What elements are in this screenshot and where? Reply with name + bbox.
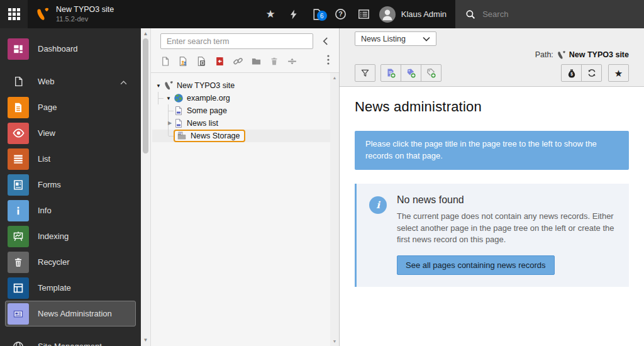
typo3-version: 11.5.2-dev [56, 14, 114, 23]
sidebar-item-view[interactable]: View [5, 120, 136, 146]
page-tree-panel: ▼ New TYPO3 site ▼ example.org [151, 28, 340, 346]
star-icon: ★ [266, 9, 275, 20]
tree-node-example-org[interactable]: ▼ example.org [152, 92, 338, 104]
chart-board-icon [8, 226, 29, 247]
tree-guide [153, 92, 164, 104]
add-news-record-button[interactable] [380, 64, 401, 82]
tree-node-news-storage[interactable]: News Storage [152, 130, 338, 142]
add-tag-button[interactable] [401, 64, 421, 82]
grid-icon [8, 8, 20, 20]
clear-cache-button[interactable] [282, 0, 306, 28]
sidebar-item-label: Page [38, 103, 57, 112]
filter-button[interactable] [355, 64, 375, 82]
typo3-logo-icon [35, 7, 50, 21]
refresh-button[interactable] [581, 64, 602, 82]
cache-money-bag-button[interactable]: $ [561, 64, 582, 82]
link-icon[interactable] [233, 56, 243, 67]
sidebar-item-page[interactable]: Page [5, 94, 136, 120]
star-icon: ★ [614, 69, 623, 78]
help-button[interactable]: ? [329, 0, 352, 28]
search-input[interactable] [482, 9, 634, 19]
sidebar-section-site-management[interactable]: Site Management [5, 333, 136, 346]
main-layout: Dashboard Web Page View [0, 28, 644, 346]
sidebar-section-label: Site Management [38, 342, 102, 346]
tree-node-some-page[interactable]: Some page [152, 104, 338, 117]
backend-log-button[interactable] [352, 0, 375, 28]
sidebar-item-forms[interactable]: Forms [5, 172, 136, 198]
tree-more-options-button[interactable] [327, 55, 330, 67]
callout-body: No news found The current page does not … [397, 194, 616, 276]
new-mountpoint-drag-icon[interactable] [196, 56, 207, 67]
sidebar-item-recycler[interactable]: Recycler [5, 249, 136, 275]
collapse-tree-button[interactable] [319, 34, 331, 49]
sidebar-item-template[interactable]: Template [5, 275, 136, 301]
tree-guide [164, 104, 174, 117]
scroll-down-arrow[interactable]: ▼ [141, 336, 150, 345]
folder-icon[interactable] [251, 56, 262, 67]
tree-node-news-list[interactable]: ▶ News list [152, 117, 338, 130]
info-icon [8, 200, 29, 221]
no-news-callout: i No news found The current page does no… [355, 184, 629, 287]
add-category-button[interactable] [421, 64, 441, 82]
module-menu-toggle-button[interactable] [0, 0, 28, 28]
typo3-path-icon [557, 50, 566, 60]
tree-node-label: News Storage [191, 131, 240, 140]
sidebar-item-label: News Administration [38, 309, 112, 318]
user-menu[interactable]: Klaus Admin [375, 0, 455, 28]
tree-node-root[interactable]: ▼ New TYPO3 site [152, 79, 338, 92]
sidebar-item-label: Indexing [38, 232, 69, 241]
docheader: News Listing Path: New TYPO3 site [340, 28, 644, 87]
page-doc-icon [174, 106, 184, 116]
sidebar-item-info[interactable]: Info [5, 198, 136, 223]
callout-title: No news found [397, 194, 616, 206]
path-label: Path: [535, 50, 553, 59]
trash-icon[interactable] [269, 56, 279, 67]
globe-icon [174, 93, 184, 103]
sidebar-item-label: Recycler [38, 257, 70, 267]
expander-expanded-icon[interactable]: ▼ [164, 96, 174, 101]
avatar [379, 6, 396, 23]
selected-node-chip[interactable]: News Storage [174, 130, 245, 142]
sidebar-item-list[interactable]: List [5, 146, 136, 172]
new-shortcut-drag-icon[interactable] [214, 56, 225, 67]
sidebar-item-news-administration[interactable]: News Administration [5, 301, 136, 326]
page-title: News administration [355, 99, 629, 115]
sidebar-item-indexing[interactable]: Indexing [5, 223, 136, 249]
tree-node-label: Some page [187, 106, 227, 115]
sidebar-section-web[interactable]: Web [5, 69, 136, 94]
refresh-icon [587, 68, 597, 78]
log-list-icon [358, 8, 370, 20]
scrollbar-thumb[interactable] [143, 38, 148, 153]
module-menu-scrollbar[interactable]: ▲ ▼ [141, 28, 151, 346]
trash-icon [8, 252, 29, 273]
brand[interactable]: New TYPO3 site 11.5.2-dev [28, 0, 121, 28]
page-tree: ▼ New TYPO3 site ▼ example.org [151, 73, 339, 346]
bookmark-button[interactable]: ★ [608, 64, 629, 82]
new-page-drag-icon[interactable] [160, 56, 170, 67]
system-information-button[interactable]: 6 [306, 0, 329, 28]
tree-node-label: News list [187, 119, 218, 128]
globe-outline-icon [8, 341, 29, 346]
chevron-left-icon [323, 37, 328, 45]
typo3-site-icon [164, 81, 174, 91]
scroll-up-arrow[interactable]: ▲ [330, 75, 339, 80]
new-page-users-drag-icon[interactable] [178, 56, 189, 67]
tree-search-input[interactable] [160, 33, 313, 49]
sidebar-item-label: Info [38, 206, 52, 215]
sidebar-item-dashboard[interactable]: Dashboard [5, 36, 136, 62]
view-mode-select[interactable]: News Listing [355, 31, 436, 46]
scroll-up-arrow[interactable]: ▲ [141, 30, 150, 38]
callout-text: The current page does not contain any ne… [397, 211, 616, 247]
path-value: New TYPO3 site [569, 50, 629, 59]
module-content: News Listing Path: New TYPO3 site [340, 28, 644, 346]
module-menu: Dashboard Web Page View [0, 28, 141, 346]
divider-spacer-icon[interactable] [287, 56, 297, 67]
tree-scrollbar[interactable]: ▲ ▼ [330, 73, 339, 346]
view-mode-value: News Listing [361, 35, 406, 43]
see-all-pages-button[interactable]: See all pages containing news records [397, 255, 555, 275]
expander-collapsed-icon[interactable]: ▶ [166, 120, 174, 126]
expander-expanded-icon[interactable]: ▼ [153, 83, 164, 89]
scroll-down-arrow[interactable]: ▼ [330, 339, 339, 343]
tree-indent [153, 104, 164, 117]
bookmarks-button[interactable]: ★ [259, 0, 282, 28]
